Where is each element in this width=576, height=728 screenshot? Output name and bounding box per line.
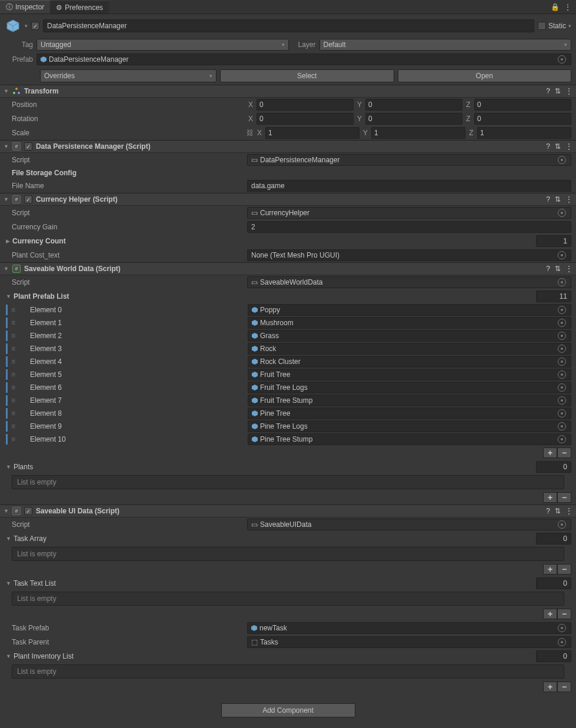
object-picker-icon[interactable] (558, 638, 566, 646)
element-value-field[interactable]: Fruit Tree Stump (248, 395, 571, 406)
object-picker-icon[interactable] (558, 306, 566, 314)
static-dropdown-icon[interactable]: ▾ (568, 23, 571, 29)
object-picker-icon[interactable] (558, 251, 566, 259)
element-value-field[interactable]: Pine Tree Logs (248, 420, 571, 432)
component-currency-header[interactable]: ▼ # Currency Helper (Script) ?⇅⋮ (0, 193, 576, 206)
tag-dropdown[interactable]: Untagged▾ (36, 39, 289, 51)
menu-icon[interactable]: ⋮ (564, 3, 571, 11)
element-value-field[interactable]: Rock Cluster (248, 356, 571, 368)
object-picker-icon[interactable] (558, 345, 566, 353)
gameobject-name-input[interactable] (43, 19, 534, 32)
element-value-field[interactable]: Mushroom (248, 317, 571, 329)
list-item[interactable]: ≡Element 7Fruit Tree Stump (0, 394, 576, 407)
fold-icon[interactable]: ▼ (6, 293, 11, 299)
object-picker-icon[interactable] (558, 319, 566, 327)
drag-handle-icon[interactable]: ≡ (11, 319, 17, 327)
remove-element-button[interactable]: − (557, 448, 571, 458)
filename-input[interactable] (247, 180, 571, 192)
list-size-input[interactable] (536, 290, 571, 302)
object-picker-icon[interactable] (558, 358, 566, 366)
layer-dropdown[interactable]: Default▾ (319, 39, 572, 51)
add-element-button[interactable]: + (543, 448, 557, 458)
gameobject-cube-icon[interactable] (5, 18, 21, 34)
lock-icon[interactable]: 🔒 (551, 3, 560, 11)
component-dpm-header[interactable]: ▼ # Data Persistence Manager (Script) ?⇅… (0, 140, 576, 153)
scale-z-input[interactable] (477, 127, 571, 139)
overrides-dropdown[interactable]: Overrides▾ (40, 69, 217, 82)
list-item[interactable]: ≡Element 2Grass (0, 329, 576, 342)
list-size-input[interactable] (536, 650, 571, 662)
list-item[interactable]: ≡Element 8Pine Tree (0, 407, 576, 420)
element-value-field[interactable]: Poppy (248, 304, 571, 316)
menu-icon[interactable]: ⋮ (565, 87, 572, 95)
element-value-field[interactable]: Pine Tree (248, 408, 571, 419)
list-size-input[interactable] (536, 533, 571, 545)
fold-icon[interactable]: ▼ (4, 266, 9, 272)
object-picker-icon[interactable] (558, 55, 566, 64)
help-icon[interactable]: ? (546, 507, 550, 515)
add-element-button[interactable]: + (543, 564, 557, 575)
fold-icon[interactable]: ▼ (4, 88, 9, 94)
drag-handle-icon[interactable]: ≡ (11, 422, 17, 430)
menu-icon[interactable]: ⋮ (565, 265, 572, 273)
scale-link-icon[interactable]: ⛓ (247, 129, 254, 137)
add-component-button[interactable]: Add Component (221, 703, 355, 717)
cost-field[interactable]: None (Text Mesh Pro UGUI) (247, 249, 571, 261)
fold-icon[interactable]: ▼ (4, 508, 9, 514)
drag-handle-icon[interactable]: ≡ (11, 435, 17, 443)
add-element-button[interactable]: + (543, 492, 557, 503)
list-item[interactable]: ≡Element 6Fruit Tree Logs (0, 381, 576, 394)
rotation-y-input[interactable] (365, 113, 462, 125)
menu-icon[interactable]: ⋮ (565, 142, 572, 151)
select-button[interactable]: Select (220, 69, 394, 82)
object-picker-icon[interactable] (558, 383, 566, 392)
list-item[interactable]: ≡Element 9Pine Tree Logs (0, 420, 576, 433)
drag-handle-icon[interactable]: ≡ (11, 358, 17, 366)
task-parent-field[interactable]: ⬚Tasks (247, 636, 571, 648)
list-size-input[interactable] (536, 461, 571, 473)
menu-icon[interactable]: ⋮ (565, 507, 572, 515)
remove-element-button[interactable]: − (557, 492, 571, 503)
position-y-input[interactable] (365, 99, 462, 111)
list-size-input[interactable] (536, 577, 571, 589)
enable-checkbox[interactable] (24, 195, 32, 203)
drag-handle-icon[interactable]: ≡ (11, 345, 17, 353)
add-element-button[interactable]: + (543, 682, 557, 692)
position-z-input[interactable] (474, 99, 571, 111)
drag-handle-icon[interactable]: ≡ (11, 332, 17, 340)
tab-preferences[interactable]: ⚙ Preferences (50, 0, 109, 14)
fold-icon[interactable]: ▾ (25, 23, 28, 29)
list-item[interactable]: ≡Element 4Rock Cluster (0, 355, 576, 368)
list-item[interactable]: ≡Element 5Fruit Tree (0, 368, 576, 381)
scale-x-input[interactable] (265, 127, 359, 139)
preset-icon[interactable]: ⇅ (555, 265, 561, 273)
drag-handle-icon[interactable]: ≡ (11, 409, 17, 418)
static-checkbox[interactable] (538, 22, 546, 30)
rotation-x-input[interactable] (257, 113, 354, 125)
enable-checkbox[interactable] (24, 142, 32, 151)
component-sud-header[interactable]: ▼ # Saveable UI Data (Script) ?⇅⋮ (0, 505, 576, 517)
component-swd-header[interactable]: ▼ # Saveable World Data (Script) ?⇅⋮ (0, 262, 576, 275)
component-transform-header[interactable]: ▼ Transform ?⇅⋮ (0, 85, 576, 98)
help-icon[interactable]: ? (546, 265, 550, 273)
object-picker-icon[interactable] (558, 332, 566, 340)
preset-icon[interactable]: ⇅ (555, 195, 561, 203)
gain-input[interactable] (247, 221, 571, 233)
remove-element-button[interactable]: − (557, 609, 571, 619)
object-picker-icon[interactable] (558, 209, 566, 217)
object-picker-icon[interactable] (558, 396, 566, 405)
fold-icon[interactable]: ▼ (6, 580, 11, 586)
object-picker-icon[interactable] (558, 278, 566, 286)
object-picker-icon[interactable] (558, 435, 566, 443)
list-item[interactable]: ≡Element 3Rock (0, 342, 576, 355)
menu-icon[interactable]: ⋮ (565, 195, 572, 203)
preset-icon[interactable]: ⇅ (555, 507, 561, 515)
enable-checkbox[interactable] (24, 507, 32, 515)
object-picker-icon[interactable] (558, 520, 566, 529)
preset-icon[interactable]: ⇅ (555, 87, 561, 95)
list-item[interactable]: ≡Element 10Pine Tree Stump (0, 433, 576, 446)
object-picker-icon[interactable] (558, 624, 566, 632)
preset-icon[interactable]: ⇅ (555, 142, 561, 151)
fold-icon[interactable]: ▼ (4, 143, 9, 149)
object-picker-icon[interactable] (558, 370, 566, 379)
